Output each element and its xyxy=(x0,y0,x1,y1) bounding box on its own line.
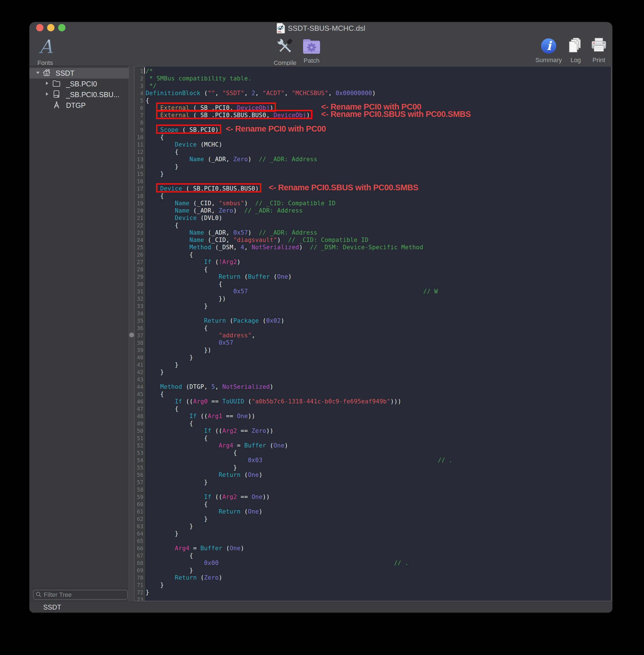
summary-label: Summary xyxy=(535,57,562,64)
disclosure-collapsed-icon[interactable] xyxy=(45,92,49,97)
disclosure-expanded-icon[interactable] xyxy=(36,70,40,76)
print-icon xyxy=(591,36,607,55)
screen: { "window": { "title": "SSDT-SBUS-MCHC.d… xyxy=(0,0,644,655)
disclosure-collapsed-icon[interactable] xyxy=(45,81,49,87)
compile-icon xyxy=(275,36,295,58)
patch-button[interactable]: Patch xyxy=(296,36,327,64)
sidebar-item-label: SSDT xyxy=(55,69,74,77)
fonts-button[interactable]: A Fonts xyxy=(30,36,61,67)
sidebar-item-dtgp[interactable]: DTGP xyxy=(29,100,129,111)
svg-text:DSL: DSL xyxy=(278,31,282,33)
print-label: Print xyxy=(592,57,605,64)
status-path: SSDT xyxy=(43,602,61,613)
zoom-button[interactable] xyxy=(58,24,66,31)
line-numbers: 1234567891011121314151617181920212223242… xyxy=(135,67,145,601)
summary-info-icon: i xyxy=(540,36,557,55)
summary-button[interactable]: i Summary xyxy=(533,36,564,64)
device-icon xyxy=(52,90,61,100)
line-bookmark-dot xyxy=(129,333,134,337)
print-button[interactable]: Print xyxy=(583,36,613,64)
sidebar: SSDT _SB.PCI0 xyxy=(29,66,129,602)
app-window: DSL SSDT-SBUS-MCHC.dsl A Fonts xyxy=(29,22,613,613)
code-lines[interactable]: /* * SMBus compatibility table. */Defini… xyxy=(146,67,452,601)
tools-icon xyxy=(52,100,61,110)
patch-icon xyxy=(302,36,321,56)
sidebar-item-label: _SB.PCI0 xyxy=(66,80,97,88)
home-icon xyxy=(42,68,51,78)
status-bar: SSDT xyxy=(29,602,613,613)
close-button[interactable] xyxy=(36,24,43,31)
line-number-gutter: 1234567891011121314151617181920212223242… xyxy=(135,66,145,601)
svg-text:A: A xyxy=(39,36,53,57)
code-editor[interactable]: 1234567891011121314151617181920212223242… xyxy=(134,66,612,601)
patch-label: Patch xyxy=(304,57,319,64)
filter-tree-input[interactable] xyxy=(33,590,128,600)
search-icon xyxy=(36,591,42,599)
window-title: SSDT-SBUS-MCHC.dsl xyxy=(288,24,365,33)
sidebar-item-sb-pci0[interactable]: _SB.PCI0 xyxy=(29,78,129,89)
sidebar-item-sb-pci0-sbus[interactable]: _SB.PCI0.SBU... xyxy=(29,89,129,100)
folder-icon xyxy=(52,79,61,89)
log-icon xyxy=(568,36,584,55)
sidebar-item-label: DTGP xyxy=(66,101,86,110)
sidebar-item-label: _SB.PCI0.SBU... xyxy=(66,91,119,99)
filter-separator xyxy=(29,588,129,588)
fonts-icon: A xyxy=(35,36,55,58)
log-label: Log xyxy=(571,57,581,64)
sidebar-item-ssdt[interactable]: SSDT xyxy=(29,68,129,78)
titlebar: DSL SSDT-SBUS-MCHC.dsl xyxy=(29,22,613,35)
document-icon: DSL xyxy=(277,23,285,33)
minimize-button[interactable] xyxy=(47,24,54,31)
